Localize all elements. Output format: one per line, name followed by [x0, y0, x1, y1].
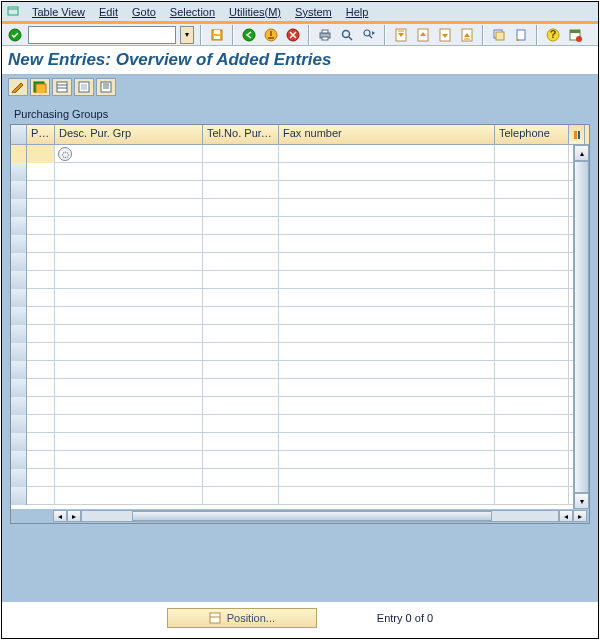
row-selector[interactable]	[11, 271, 27, 289]
cell-telephone[interactable]	[495, 199, 569, 217]
select-all-button[interactable]	[30, 78, 50, 96]
customize-layout-button[interactable]	[566, 26, 584, 44]
row-selector-header[interactable]	[11, 125, 27, 144]
scroll-down-button[interactable]: ▾	[574, 493, 589, 509]
cell-fax[interactable]	[279, 451, 495, 469]
cell-fax[interactable]	[279, 181, 495, 199]
cell-telno[interactable]	[203, 217, 279, 235]
table-row[interactable]	[11, 433, 573, 451]
table-row[interactable]: ◌	[11, 145, 573, 163]
cell-pu[interactable]	[27, 433, 55, 451]
menu-selection[interactable]: Selection	[164, 4, 221, 20]
cell-fax[interactable]	[279, 163, 495, 181]
cell-desc[interactable]	[55, 397, 203, 415]
cell-pu[interactable]	[27, 415, 55, 433]
cell-pu[interactable]	[27, 343, 55, 361]
cell-telephone[interactable]	[495, 235, 569, 253]
scroll-right-button[interactable]: ▸	[67, 510, 81, 522]
create-shortcut-button[interactable]	[512, 26, 530, 44]
col-header-fax[interactable]: Fax number	[279, 125, 495, 144]
cell-pu[interactable]	[27, 469, 55, 487]
print-button[interactable]	[316, 26, 334, 44]
col-header-telno[interactable]: Tel.No. Pur.Grp	[203, 125, 279, 144]
row-selector[interactable]	[11, 217, 27, 235]
row-selector[interactable]	[11, 163, 27, 181]
table-row[interactable]	[11, 181, 573, 199]
cell-fax[interactable]	[279, 217, 495, 235]
cell-pu[interactable]	[27, 181, 55, 199]
cell-fax[interactable]	[279, 145, 495, 163]
back-button[interactable]	[240, 26, 258, 44]
table-row[interactable]	[11, 379, 573, 397]
scroll-up-button[interactable]: ▴	[574, 145, 589, 161]
table-row[interactable]	[11, 235, 573, 253]
table-row[interactable]	[11, 199, 573, 217]
help-button[interactable]: ?	[544, 26, 562, 44]
cell-telno[interactable]	[203, 487, 279, 505]
new-session-button[interactable]	[490, 26, 508, 44]
table-row[interactable]	[11, 253, 573, 271]
cell-telephone[interactable]	[495, 361, 569, 379]
row-selector[interactable]	[11, 433, 27, 451]
row-selector[interactable]	[11, 145, 27, 163]
cell-telno[interactable]	[203, 289, 279, 307]
position-button[interactable]: Position...	[167, 608, 317, 628]
table-row[interactable]	[11, 163, 573, 181]
table-row[interactable]	[11, 415, 573, 433]
cell-desc[interactable]	[55, 433, 203, 451]
cell-pu[interactable]	[27, 307, 55, 325]
menu-help[interactable]: Help	[340, 4, 375, 20]
cell-desc[interactable]	[55, 469, 203, 487]
cell-telno[interactable]	[203, 199, 279, 217]
cell-telephone[interactable]	[495, 325, 569, 343]
command-field[interactable]	[28, 26, 176, 44]
cell-desc[interactable]	[55, 253, 203, 271]
print-app-button[interactable]	[96, 78, 116, 96]
menu-system[interactable]: System	[289, 4, 338, 20]
cell-fax[interactable]	[279, 271, 495, 289]
last-page-button[interactable]	[458, 26, 476, 44]
hscroll-thumb[interactable]	[132, 511, 492, 521]
cell-telno[interactable]	[203, 379, 279, 397]
table-row[interactable]	[11, 343, 573, 361]
cell-fax[interactable]	[279, 361, 495, 379]
cell-pu[interactable]	[27, 379, 55, 397]
scroll-left2-button[interactable]: ◂	[559, 510, 573, 522]
table-row[interactable]	[11, 451, 573, 469]
cell-fax[interactable]	[279, 415, 495, 433]
cell-telephone[interactable]	[495, 217, 569, 235]
cell-fax[interactable]	[279, 397, 495, 415]
cell-telephone[interactable]	[495, 451, 569, 469]
cell-telno[interactable]	[203, 433, 279, 451]
row-selector[interactable]	[11, 253, 27, 271]
cell-desc[interactable]	[55, 181, 203, 199]
row-selector[interactable]	[11, 361, 27, 379]
cell-desc[interactable]	[55, 199, 203, 217]
save-button[interactable]	[208, 26, 226, 44]
cell-telno[interactable]	[203, 469, 279, 487]
table-row[interactable]	[11, 271, 573, 289]
cell-desc[interactable]	[55, 487, 203, 505]
row-selector[interactable]	[11, 379, 27, 397]
cell-pu[interactable]	[27, 163, 55, 181]
horizontal-scrollbar[interactable]: ◂ ▸ ◂ ▸	[11, 509, 589, 523]
cell-telno[interactable]	[203, 163, 279, 181]
col-header-desc[interactable]: Desc. Pur. Grp	[55, 125, 203, 144]
cell-pu[interactable]	[27, 361, 55, 379]
cell-pu[interactable]	[27, 487, 55, 505]
cell-telephone[interactable]	[495, 307, 569, 325]
row-selector[interactable]	[11, 343, 27, 361]
cell-fax[interactable]	[279, 307, 495, 325]
find-next-button[interactable]	[360, 26, 378, 44]
find-button[interactable]	[338, 26, 356, 44]
cell-desc[interactable]	[55, 415, 203, 433]
cell-telno[interactable]	[203, 361, 279, 379]
row-selector[interactable]	[11, 415, 27, 433]
cell-desc[interactable]: ◌	[55, 145, 203, 163]
cell-desc[interactable]	[55, 343, 203, 361]
cell-telephone[interactable]	[495, 415, 569, 433]
cell-telno[interactable]	[203, 235, 279, 253]
row-selector[interactable]	[11, 307, 27, 325]
cell-fax[interactable]	[279, 379, 495, 397]
cell-pu[interactable]	[27, 217, 55, 235]
